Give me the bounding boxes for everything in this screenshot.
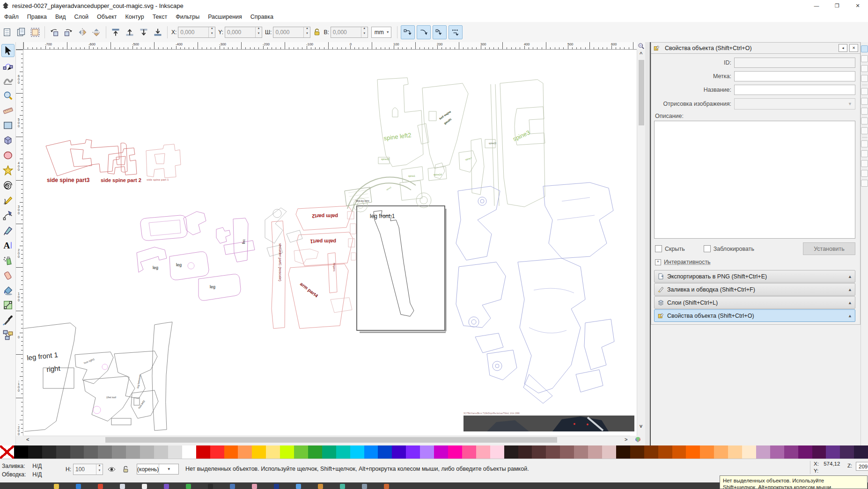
snap-option-button[interactable] xyxy=(861,117,868,124)
taskbar-app-icon[interactable] xyxy=(340,484,345,489)
taskbar-app-icon[interactable] xyxy=(274,484,279,489)
palette-swatch[interactable] xyxy=(658,445,672,459)
snap-option-button[interactable] xyxy=(861,65,868,72)
palette-swatch[interactable] xyxy=(28,445,42,459)
palette-swatch[interactable] xyxy=(350,445,364,459)
taskbar-app-icon[interactable] xyxy=(296,484,301,489)
palette-swatch[interactable] xyxy=(56,445,70,459)
dock-resize-handle[interactable] xyxy=(645,42,651,445)
rectangle-tool-icon[interactable] xyxy=(1,119,15,132)
palette-swatch[interactable] xyxy=(336,445,350,459)
select-all-button[interactable] xyxy=(0,26,14,39)
taskbar-app-icon[interactable] xyxy=(252,484,257,489)
horizontal-scrollbar[interactable]: < > xyxy=(23,436,637,444)
palette-swatch[interactable] xyxy=(280,445,294,459)
taskbar-app-icon[interactable] xyxy=(384,484,389,489)
palette-swatch[interactable] xyxy=(588,445,602,459)
pencil-tool-icon[interactable] xyxy=(1,194,15,207)
palette-swatch[interactable] xyxy=(140,445,154,459)
palette-swatch[interactable] xyxy=(70,445,84,459)
zoom-tool-icon[interactable] xyxy=(1,89,15,102)
taskbar-app-icon[interactable] xyxy=(318,484,323,489)
taskbar-app-icon[interactable] xyxy=(76,484,81,489)
snap-option-button[interactable] xyxy=(861,180,868,187)
transform-patterns-toggle[interactable] xyxy=(449,25,463,39)
palette-swatch[interactable] xyxy=(826,445,840,459)
menu-объект[interactable]: Объект xyxy=(93,12,121,22)
minimize-button[interactable]: — xyxy=(806,0,827,11)
eraser-tool-icon[interactable] xyxy=(1,269,15,282)
id-input[interactable] xyxy=(734,58,855,68)
dropper-tool-icon[interactable] xyxy=(1,314,15,327)
palette-swatch[interactable] xyxy=(770,445,784,459)
ellipse-tool-icon[interactable] xyxy=(1,149,15,162)
palette-swatch[interactable] xyxy=(644,445,658,459)
y-spinner[interactable]: ▲▼ xyxy=(255,27,262,37)
gradient-tool-icon[interactable] xyxy=(1,299,15,312)
raise-to-top-button[interactable] xyxy=(109,26,122,39)
palette-swatch[interactable] xyxy=(672,445,686,459)
height-spinner[interactable]: ▲▼ xyxy=(361,27,368,37)
palette-swatch[interactable] xyxy=(14,445,28,459)
y-input[interactable] xyxy=(225,27,255,37)
description-textarea[interactable] xyxy=(654,121,855,239)
palette-swatch[interactable] xyxy=(112,445,126,459)
x-spinner[interactable]: ▲▼ xyxy=(208,27,215,37)
interactivity-expander-icon[interactable]: + xyxy=(655,259,661,265)
vertical-scrollbar[interactable]: ^ v xyxy=(637,50,646,436)
lower-button[interactable] xyxy=(137,26,150,39)
snap-option-button[interactable] xyxy=(861,150,868,157)
menu-справка[interactable]: Справка xyxy=(246,12,278,22)
palette-swatch[interactable] xyxy=(462,445,476,459)
width-input[interactable] xyxy=(273,27,303,37)
close-button[interactable]: ✕ xyxy=(847,0,868,11)
palette-swatch[interactable] xyxy=(84,445,98,459)
units-dropdown[interactable]: mm▼ xyxy=(371,27,391,38)
selector-tool-icon[interactable] xyxy=(1,44,15,57)
snap-option-button[interactable] xyxy=(861,45,868,52)
menu-контур[interactable]: Контур xyxy=(121,12,148,22)
opacity-spinner[interactable]: ▲▼ xyxy=(96,464,103,474)
palette-swatch[interactable] xyxy=(308,445,322,459)
palette-swatch[interactable] xyxy=(0,445,14,459)
image-rendering-dropdown[interactable]: ▼ xyxy=(734,98,855,109)
taskbar-app-icon[interactable] xyxy=(120,484,125,489)
snap-option-button[interactable] xyxy=(861,88,868,95)
menu-расширения[interactable]: Расширения xyxy=(204,12,246,22)
palette-swatch[interactable] xyxy=(182,445,196,459)
horizontal-scroll-thumb[interactable] xyxy=(105,437,557,443)
palette-swatch[interactable] xyxy=(756,445,770,459)
dockbar-layers[interactable]: Слои (Shift+Ctrl+L)▲ xyxy=(654,296,855,309)
paint-bucket-tool-icon[interactable] xyxy=(1,284,15,297)
taskbar-app-icon[interactable] xyxy=(186,484,191,489)
palette-swatch[interactable] xyxy=(392,445,406,459)
palette-swatch[interactable] xyxy=(714,445,728,459)
palette-swatch[interactable] xyxy=(602,445,616,459)
lock-ratio-icon[interactable] xyxy=(312,26,322,39)
palette-swatch[interactable] xyxy=(294,445,308,459)
current-layer-dropdown[interactable]: (корень) ▼ xyxy=(137,464,179,474)
palette-swatch[interactable] xyxy=(798,445,812,459)
taskbar-app-icon[interactable] xyxy=(54,484,59,489)
title-input[interactable] xyxy=(734,85,855,95)
horizontal-ruler[interactable]: -700-600-500-400-300-200-100010020030040… xyxy=(23,42,637,50)
palette-swatch[interactable] xyxy=(98,445,112,459)
menu-вид[interactable]: Вид xyxy=(51,12,70,22)
taskbar-app-icon[interactable] xyxy=(98,484,103,489)
box-3d-tool-icon[interactable] xyxy=(1,134,15,147)
menu-фильтры[interactable]: Фильтры xyxy=(171,12,204,22)
taskbar-app-icon[interactable] xyxy=(142,484,147,489)
snap-option-button[interactable] xyxy=(861,170,868,177)
palette-swatch[interactable] xyxy=(196,445,210,459)
fill-stroke-indicator[interactable]: Заливка: Н/Д Обводка: Н/Д xyxy=(2,462,53,479)
star-tool-icon[interactable] xyxy=(1,164,15,177)
transform-scale-toggle[interactable] xyxy=(417,25,431,39)
palette-swatch[interactable] xyxy=(448,445,462,459)
x-input[interactable] xyxy=(178,27,208,37)
palette-swatch[interactable] xyxy=(224,445,238,459)
palette-swatch[interactable] xyxy=(686,445,700,459)
palette-swatch[interactable] xyxy=(546,445,560,459)
palette-swatch[interactable] xyxy=(504,445,518,459)
spiral-tool-icon[interactable] xyxy=(1,179,15,192)
raise-button[interactable] xyxy=(123,26,136,39)
